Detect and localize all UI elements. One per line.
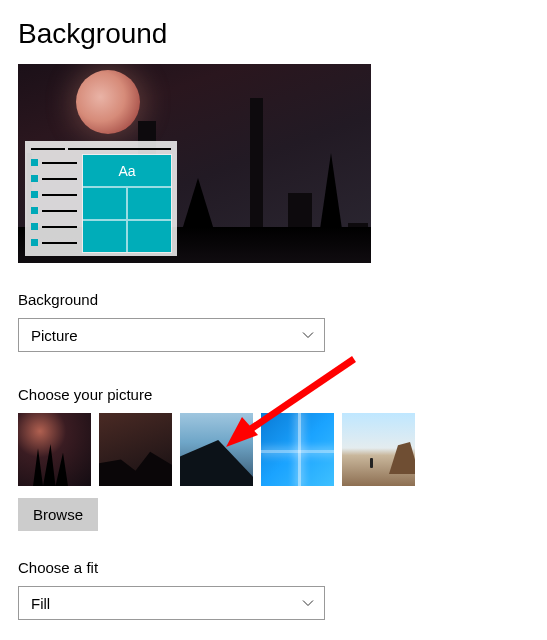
picture-thumbnails [18, 413, 529, 486]
background-dropdown-value: Picture [31, 327, 78, 344]
chevron-down-icon [302, 327, 314, 344]
start-menu-mock: Aa [25, 141, 177, 256]
tiles-mock: Aa [83, 155, 171, 252]
moon-graphic [76, 70, 140, 134]
picture-thumbnail[interactable] [18, 413, 91, 486]
desktop-preview: Aa [18, 64, 371, 263]
fit-dropdown-value: Fill [31, 595, 50, 612]
choose-picture-label: Choose your picture [18, 386, 529, 403]
picture-thumbnail[interactable] [342, 413, 415, 486]
sample-text-tile: Aa [83, 155, 171, 186]
picture-thumbnail[interactable] [99, 413, 172, 486]
background-dropdown[interactable]: Picture [18, 318, 325, 352]
choose-fit-label: Choose a fit [18, 559, 529, 576]
background-label: Background [18, 291, 529, 308]
chevron-down-icon [302, 595, 314, 612]
fit-dropdown[interactable]: Fill [18, 586, 325, 620]
app-list-mock [31, 155, 77, 252]
picture-thumbnail[interactable] [180, 413, 253, 486]
picture-thumbnail[interactable] [261, 413, 334, 486]
page-title: Background [18, 18, 529, 50]
browse-button[interactable]: Browse [18, 498, 98, 531]
